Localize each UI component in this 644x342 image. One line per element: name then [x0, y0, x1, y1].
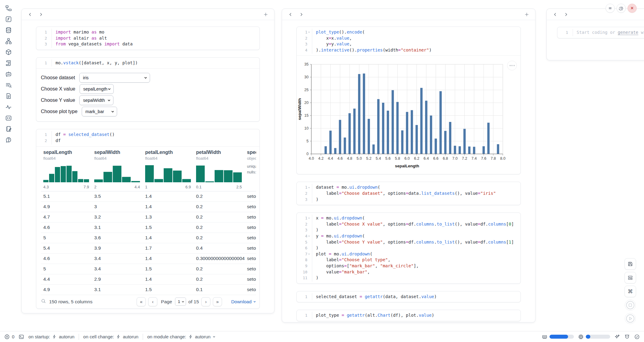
code-line[interactable]: 3): [297, 197, 521, 203]
code-line[interactable]: 2 x=x.value,: [297, 35, 521, 41]
table-row[interactable]: 4.73.21.30.2setosa: [41, 212, 256, 223]
choose-dataset-select[interactable]: iris: [79, 73, 150, 83]
code-line[interactable]: 3from vega_datasets import data: [36, 41, 259, 47]
code-line[interactable]: 9 options=["mark_bar", "mark_circle"],: [297, 263, 521, 269]
code-line[interactable]: 4).interactive().properties(width="conta…: [297, 47, 521, 53]
cell-dataframe[interactable]: 1df = selected_dataset()2df sepalLengthf…: [36, 129, 260, 308]
sidebar-chat-bot-button[interactable]: [5, 71, 12, 77]
code-line[interactable]: 3 y=y.value,: [297, 41, 521, 47]
keyboard-shortcuts-button[interactable]: ⌘: [624, 286, 636, 297]
stop-button[interactable]: [625, 300, 636, 311]
first-page-button[interactable]: «: [137, 297, 146, 306]
sidebar-search-list-button[interactable]: [5, 82, 12, 88]
empty-cell[interactable]: 1 Start coding or generate with: [557, 27, 644, 38]
chevron-left-icon[interactable]: [27, 11, 33, 18]
code-line[interactable]: 1mo.vstack([dataset, x, y, plot]): [36, 60, 259, 66]
code-line[interactable]: 6): [297, 245, 521, 251]
column-histogram[interactable]: [43, 163, 89, 182]
cell-chart[interactable]: 1plot_type().encode(2 x=x.value,3 y=y.va…: [296, 27, 521, 174]
sidebar-help-button[interactable]: [5, 137, 12, 143]
code-line[interactable]: 2df: [36, 138, 259, 144]
table-row[interactable]: 4.93.11.50.1setosa: [41, 285, 256, 295]
cell-selected-dataset[interactable]: 1selected_dataset = getattr(data, datase…: [296, 291, 521, 303]
sidebar-hierarchy-button[interactable]: [5, 38, 12, 45]
chevron-right-icon[interactable]: [38, 11, 44, 18]
add-cell-button[interactable]: [523, 11, 530, 18]
bar-chart[interactable]: 4.04.24.44.64.85.05.25.45.65.86.06.26.46…: [297, 62, 521, 170]
table-row[interactable]: 53.61.40.2setosa: [41, 233, 256, 243]
code-line[interactable]: 1plot_type = getattr(alt.Chart(df), plot…: [297, 312, 521, 319]
column-histogram[interactable]: [94, 163, 140, 182]
sidebar-database-button[interactable]: [5, 27, 12, 34]
autorun-setting-0[interactable]: on startup:autorun: [28, 334, 74, 339]
code-line[interactable]: 11): [297, 275, 521, 281]
choose-y-value-select[interactable]: sepalWidth: [79, 95, 113, 105]
code-line[interactable]: 7plot = mo.ui.dropdown(: [297, 251, 521, 257]
run-button[interactable]: [625, 313, 636, 324]
prev-page-button[interactable]: ‹: [148, 297, 157, 306]
code-line[interactable]: 8 label="Choose plot type",: [297, 257, 521, 263]
search-icon[interactable]: [41, 298, 46, 305]
layout-button[interactable]: [624, 272, 636, 283]
code-line[interactable]: 1dataset = mo.ui.dropdown(: [297, 184, 521, 191]
code-line[interactable]: 1plot_type().encode(: [297, 29, 521, 35]
choose-plot-type-select[interactable]: mark_bar: [82, 107, 117, 116]
sidebar-notebook-button[interactable]: [5, 126, 12, 132]
add-cell-button[interactable]: [262, 11, 269, 18]
code-line[interactable]: 1selected_dataset = getattr(data, datase…: [297, 294, 521, 300]
autorun-setting-1[interactable]: on cell change:autorun: [83, 334, 138, 339]
column-histogram[interactable]: [196, 163, 242, 182]
table-row[interactable]: 5.13.51.40.2setosa: [41, 191, 256, 202]
cell-placeholder[interactable]: Start coding or generate with: [573, 30, 644, 36]
column-header-petalLength[interactable]: petalLengthfloat6416.9: [143, 150, 194, 189]
sidebar-file-tree-button[interactable]: [5, 5, 12, 12]
code-line[interactable]: 1x = mo.ui.dropdown(: [297, 215, 521, 221]
code-line[interactable]: 1df = selected_dataset(): [36, 132, 259, 138]
column-header-species[interactable]: speciesobjectuniquenulls:: [245, 150, 256, 189]
feedback-cat-button[interactable]: [624, 334, 630, 340]
menu-button[interactable]: [606, 4, 615, 13]
terminal-button[interactable]: [19, 334, 24, 340]
table-row[interactable]: 4.63.41.40.30000000000000004setosa: [41, 254, 256, 264]
ai-assistant-button[interactable]: [614, 334, 620, 340]
chevron-right-icon[interactable]: [298, 11, 305, 18]
cell-vstack[interactable]: 1mo.vstack([dataset, x, y, plot]) Choose…: [36, 57, 260, 122]
sidebar-function-button[interactable]: [5, 16, 12, 23]
sidebar-package-button[interactable]: [5, 49, 12, 55]
chevron-right-icon[interactable]: [563, 11, 569, 18]
download-button[interactable]: Download: [231, 299, 256, 304]
last-page-button[interactable]: »: [213, 297, 222, 306]
table-row[interactable]: 4.42.91.40.2setosa: [41, 274, 256, 285]
choose-x-value-select[interactable]: sepalLength: [80, 84, 114, 94]
table-row[interactable]: 4.63.11.50.2setosa: [41, 223, 256, 233]
column-header-petalWidth[interactable]: petalWidthfloat640.12.5: [194, 150, 245, 189]
code-line[interactable]: 2 label="Choose X value", options=df.col…: [297, 221, 521, 227]
page-select[interactable]: 1: [175, 297, 186, 306]
memory-usage[interactable]: [542, 334, 574, 340]
code-line[interactable]: 3): [297, 227, 521, 233]
errors-indicator[interactable]: 0: [4, 334, 14, 340]
sidebar-code-button[interactable]: [5, 115, 12, 121]
sidebar-script-button[interactable]: [5, 60, 12, 66]
sidebar-document-button[interactable]: [5, 93, 12, 99]
next-page-button[interactable]: ›: [201, 297, 210, 306]
settings-gear-button[interactable]: [617, 4, 626, 13]
table-row[interactable]: 4.931.40.2setosa: [41, 202, 256, 212]
chevron-left-icon[interactable]: [552, 11, 558, 18]
code-line[interactable]: 2import altair as alt: [36, 35, 259, 41]
column-histogram[interactable]: [145, 163, 191, 182]
cell-dataset-dropdown[interactable]: 1dataset = mo.ui.dropdown(2 label="Choos…: [296, 182, 521, 205]
column-header-sepalLength[interactable]: sepalLengthfloat644.37.9: [41, 150, 92, 189]
save-button[interactable]: [624, 258, 636, 270]
cell-plot-type[interactable]: 1plot_type = getattr(alt.Chart(df), plot…: [296, 310, 521, 321]
close-button[interactable]: ×: [628, 4, 637, 13]
code-line[interactable]: 4y = mo.ui.dropdown(: [297, 233, 521, 239]
sidebar-activity-button[interactable]: [5, 104, 12, 110]
cpu-usage[interactable]: [578, 334, 610, 340]
cell-xy-dropdowns[interactable]: 1x = mo.ui.dropdown(2 label="Choose X va…: [296, 212, 521, 284]
cell-imports[interactable]: 1import marimo as mo2import altair as al…: [36, 27, 260, 50]
autorun-setting-2[interactable]: on module change:autorun: [147, 334, 216, 339]
code-line[interactable]: 2 label="Choose dataset", options=data.l…: [297, 191, 521, 197]
connection-status[interactable]: [634, 334, 640, 340]
code-line[interactable]: 5 label="Choose Y value", options=df.col…: [297, 239, 521, 245]
